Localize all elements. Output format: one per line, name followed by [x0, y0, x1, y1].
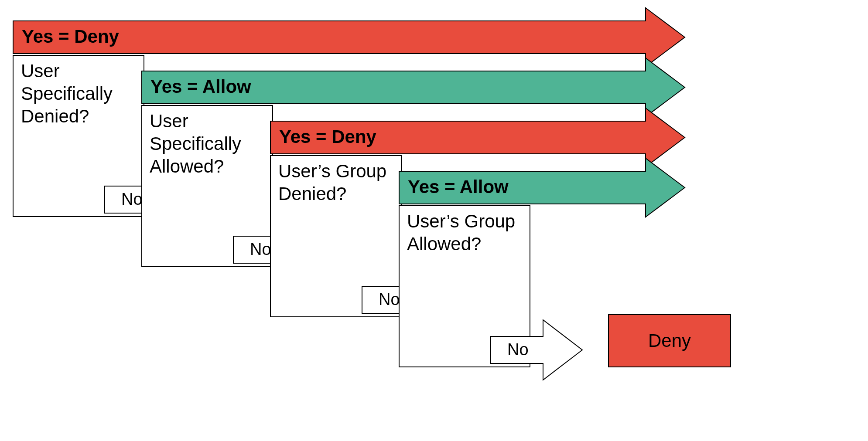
- step-4-header-label: Yes = Allow: [408, 176, 509, 197]
- step-1-question-line-3: Denied?: [21, 106, 89, 126]
- step-1-question-line-1: User: [21, 61, 60, 81]
- step-3-question-line-1: User’s Group: [278, 161, 386, 181]
- permission-flow-diagram: Yes = DenyUserSpecificallyDenied?NoYes =…: [0, 0, 868, 441]
- step-4-no-label: No: [507, 340, 529, 359]
- step-2-question-line-2: Specifically: [150, 133, 241, 154]
- step-4-question-line-1: User’s Group: [407, 211, 515, 231]
- step-3-question-line-2: Denied?: [278, 183, 346, 204]
- step-1-question-line-2: Specifically: [21, 83, 113, 104]
- step-2-header-label: Yes = Allow: [150, 76, 251, 97]
- step-1-no-label: No: [121, 190, 143, 208]
- step-3-no-label: No: [379, 290, 400, 309]
- step-4-question-line-2: Allowed?: [407, 234, 481, 254]
- step-3-header-label: Yes = Deny: [279, 126, 377, 147]
- step-2-question-line-1: User: [150, 111, 188, 131]
- final-deny-label: Deny: [648, 330, 691, 351]
- step-2-question-line-3: Allowed?: [150, 156, 224, 176]
- step-2-no-label: No: [250, 240, 271, 258]
- step-1-header-label: Yes = Deny: [22, 26, 120, 47]
